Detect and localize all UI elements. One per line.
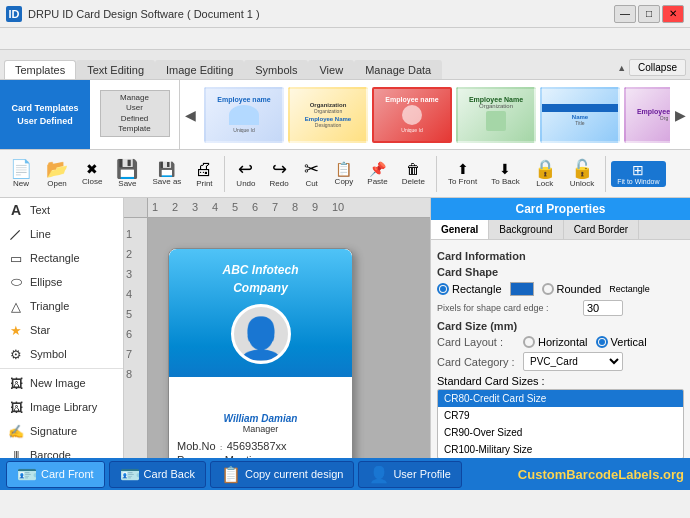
- vertical-radio[interactable]: Vertical: [596, 336, 647, 348]
- person-photo-icon: 👤: [236, 315, 286, 362]
- close-button[interactable]: ✕: [662, 5, 684, 23]
- status-bar: 🪪 Card Front 🪪 Card Back 📋 Copy current …: [0, 458, 690, 490]
- v-ruler: 1 2 3 4 5 6 7 8: [124, 218, 148, 458]
- print-button[interactable]: 🖨 Print: [189, 158, 219, 190]
- templates-strip: Card TemplatesUser Defined ManageUserDef…: [0, 80, 690, 150]
- to-back-button[interactable]: ⬇ To Back: [485, 160, 525, 188]
- to-front-button[interactable]: ⬆ To Front: [442, 160, 483, 188]
- paste-button[interactable]: 📌 Paste: [361, 160, 393, 188]
- lock-button[interactable]: 🔒 Lock: [528, 158, 562, 190]
- tab-general[interactable]: General: [431, 220, 489, 239]
- line-icon: |: [5, 223, 28, 246]
- tools-panel: A Text | Line ▭ Rectangle ⬭ Ellipse △ Tr…: [0, 198, 124, 458]
- text-tool[interactable]: A Text: [0, 198, 123, 222]
- redo-button[interactable]: ↪ Redo: [263, 158, 294, 190]
- svg-text:6: 6: [252, 201, 258, 213]
- new-image-icon: 🖼: [8, 375, 24, 391]
- unlock-button[interactable]: 🔓 Unlock: [564, 158, 600, 190]
- rectangle-icon: ▭: [8, 250, 24, 266]
- right-panel-tabs: General Background Card Border: [431, 220, 690, 240]
- card-layout-row: Card Layout : Horizontal Vertical: [437, 336, 684, 348]
- pixels-input[interactable]: [583, 300, 623, 316]
- new-image-tool[interactable]: 🖼 New Image: [0, 371, 123, 395]
- category-select[interactable]: PVC_Card: [523, 352, 623, 371]
- barcode-tool[interactable]: ||| Barcode: [0, 443, 123, 458]
- copy-design-button[interactable]: 📋 Copy current design: [210, 461, 354, 488]
- svg-text:7: 7: [126, 348, 132, 360]
- tool-separator-1: [0, 368, 123, 369]
- tab-card-border[interactable]: Card Border: [564, 220, 639, 239]
- undo-button[interactable]: ↩ Undo: [230, 158, 261, 190]
- user-profile-icon: 👤: [369, 465, 389, 484]
- save-button[interactable]: 💾 Save: [110, 158, 144, 190]
- delete-button[interactable]: 🗑 Delete: [396, 160, 431, 188]
- paste-icon: 📌: [369, 162, 386, 176]
- image-library-tool[interactable]: 🖼 Image Library: [0, 395, 123, 419]
- save-as-button[interactable]: 💾 Save as: [146, 160, 187, 188]
- size-cr80[interactable]: CR80-Credit Card Size: [438, 390, 683, 407]
- canvas-inner[interactable]: ABC Infotech Company 👤 William Damian Ma…: [148, 218, 430, 458]
- close-icon: ✖: [86, 162, 98, 176]
- card-front-button[interactable]: 🪪 Card Front: [6, 461, 105, 488]
- print-icon: 🖨: [195, 160, 213, 178]
- svg-text:1: 1: [152, 201, 158, 213]
- triangle-tool[interactable]: △ Triangle: [0, 294, 123, 318]
- maximize-button[interactable]: □: [638, 5, 660, 23]
- id-card[interactable]: ABC Infotech Company 👤 William Damian Ma…: [168, 248, 353, 458]
- card-front-icon: 🪪: [17, 465, 37, 484]
- barcode-icon: |||: [8, 447, 24, 458]
- star-tool[interactable]: ★ Star: [0, 318, 123, 342]
- horizontal-radio[interactable]: Horizontal: [523, 336, 588, 348]
- user-profile-button[interactable]: 👤 User Profile: [358, 461, 461, 488]
- tab-view[interactable]: View: [308, 60, 354, 79]
- size-cr90[interactable]: CR90-Over Sized: [438, 424, 683, 441]
- ellipse-tool[interactable]: ⬭ Ellipse: [0, 270, 123, 294]
- tab-symbols[interactable]: Symbols: [244, 60, 308, 79]
- shape-radio-group: Rectangle Rounded Rectangle: [437, 282, 650, 296]
- right-panel: Card Properties General Background Card …: [430, 198, 690, 458]
- tab-manage-data[interactable]: Manage Data: [354, 60, 442, 79]
- signature-tool[interactable]: ✍ Signature: [0, 419, 123, 443]
- tab-text-editing[interactable]: Text Editing: [76, 60, 155, 79]
- line-tool[interactable]: | Line: [0, 222, 123, 246]
- minimize-button[interactable]: —: [614, 5, 636, 23]
- color-swatch: [510, 282, 534, 296]
- pixels-label: Pixels for shape card edge :: [437, 303, 577, 313]
- copy-button[interactable]: 📋 Copy: [329, 160, 360, 188]
- cut-button[interactable]: ✂ Cut: [297, 158, 327, 190]
- template-card-3[interactable]: Employee name Unique Id: [372, 87, 452, 143]
- delete-icon: 🗑: [406, 162, 420, 176]
- rounded-rectangle-radio[interactable]: Rounded: [542, 283, 602, 295]
- symbol-tool[interactable]: ⚙ Symbol: [0, 342, 123, 366]
- rectangle-radio[interactable]: Rectangle: [437, 283, 502, 295]
- tab-image-editing[interactable]: Image Editing: [155, 60, 244, 79]
- card-size-mm-label: Card Size (mm): [437, 320, 684, 332]
- menu-bar: [0, 28, 690, 50]
- template-card-4[interactable]: Employee Name Organization: [456, 87, 536, 143]
- scroll-right-arrow[interactable]: ▶: [670, 80, 690, 149]
- open-icon: 📂: [46, 160, 68, 178]
- card-back-button[interactable]: 🪪 Card Back: [109, 461, 206, 488]
- separator-2: [436, 156, 437, 192]
- std-sizes-label: Standard Card Sizes :: [437, 375, 684, 387]
- size-cr79[interactable]: CR79: [438, 407, 683, 424]
- triangle-icon: △: [8, 298, 24, 314]
- tab-templates[interactable]: Templates: [4, 60, 76, 79]
- open-button[interactable]: 📂 Open: [40, 158, 74, 190]
- copy-icon: 📋: [335, 162, 352, 176]
- template-card-5[interactable]: Name Title: [540, 87, 620, 143]
- rectangle-tool[interactable]: ▭ Rectangle: [0, 246, 123, 270]
- scroll-left-arrow[interactable]: ◀: [180, 80, 200, 149]
- template-card-1[interactable]: Employee name Unique Id: [204, 87, 284, 143]
- category-label: Card Category :: [437, 356, 517, 368]
- template-card-6[interactable]: Employee Name Org: [624, 87, 670, 143]
- fit-to-window-button[interactable]: ⊞ Fit to Window: [611, 161, 665, 187]
- manage-template-button[interactable]: ManageUserDefinedTemplate: [90, 80, 180, 149]
- collapse-button[interactable]: Collapse: [629, 59, 686, 76]
- close-button-toolbar[interactable]: ✖ Close: [76, 160, 108, 188]
- tab-background[interactable]: Background: [489, 220, 563, 239]
- size-cr100[interactable]: CR100-Military Size: [438, 441, 683, 458]
- template-card-2[interactable]: Organization Organization Employee Name …: [288, 87, 368, 143]
- new-button[interactable]: 📄 New: [4, 158, 38, 190]
- svg-text:8: 8: [126, 368, 132, 380]
